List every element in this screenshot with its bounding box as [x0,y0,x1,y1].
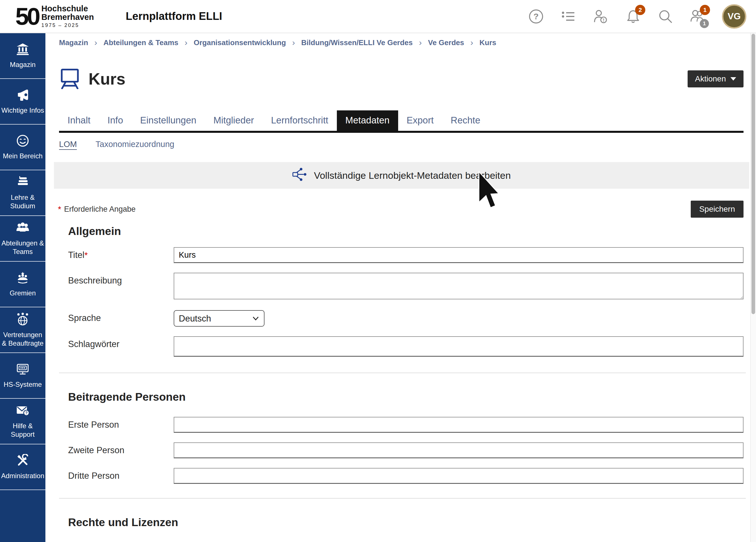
app-title: Lernplattform ELLI [126,10,222,22]
breadcrumb-link[interactable]: Ve Gerdes [428,38,464,47]
breadcrumb-link[interactable]: Kurs [479,38,496,47]
required-hint: Erforderliche Angabe [64,205,136,214]
tab-rechte[interactable]: Rechte [442,110,489,131]
section-divider [59,498,746,499]
logo-name-line2: Bremerhaven [41,13,94,21]
erste-person-input[interactable] [174,417,744,433]
dritte-person-label: Dritte Person [68,468,174,481]
sidebar-item-label: Vertretungen & Beauftragte [1,331,44,347]
zweite-person-label: Zweite Person [68,442,174,455]
sidebar-item-lehre-studium[interactable]: Lehre & Studium [0,170,45,216]
page-title-row: Kurs Aktionen [59,59,744,99]
sidebar-item-label: HS-Systeme [4,380,42,388]
help-icon[interactable]: ? [528,8,544,25]
notifications-badge: 2 [635,5,645,15]
sidebar-item-magazin[interactable]: Magazin [0,33,45,79]
subtab-bar: LOM Taxonomiezuordnung [59,140,744,149]
form-row-dritte-person: Dritte Person [68,468,744,484]
schlagwoerter-input[interactable] [174,336,744,357]
tab-einstellungen[interactable]: Einstellungen [132,110,205,131]
monitor-icon [16,363,30,377]
sidebar-item-label: Hilfe & Support [1,422,44,438]
breadcrumb-link[interactable]: Bildung/Wissen/ELLI Ve Gerdes [301,38,413,47]
tab-lernfortschritt[interactable]: Lernfortschritt [263,110,337,131]
share-nodes-icon [292,167,306,184]
group-icon [16,221,30,236]
globe-people-icon [16,312,30,328]
logo-50-text: 50 [15,7,39,26]
sprache-select[interactable]: Deutsch [174,310,264,327]
logo-years: 1975 – 2025 [41,22,94,28]
search-icon[interactable] [657,8,674,25]
sidebar-item-wichtige-infos[interactable]: Wichtige Infos [0,79,45,125]
dritte-person-input[interactable] [174,468,744,484]
breadcrumb-separator: › [470,38,473,47]
contacts-badge-bottom: 1 [700,19,709,28]
erste-person-label: Erste Person [68,417,174,430]
titel-input[interactable] [174,247,744,263]
page-title: Kurs [89,70,125,88]
breadcrumb: Magazin › Abteilungen & Teams › Organisa… [45,33,750,52]
sidebar: Magazin Wichtige Infos Mein [0,33,45,542]
beschreibung-textarea[interactable] [174,273,744,299]
sidebar-item-vertretungen[interactable]: Vertretungen & Beauftragte [0,307,45,353]
mail-question-icon: ? [16,404,30,419]
committee-icon [16,271,30,286]
edit-full-metadata-label: Vollständige Lernobjekt-Metadaten bearbe… [314,170,511,181]
tab-metadaten[interactable]: Metadaten [337,110,398,131]
sidebar-item-mein-bereich[interactable]: Mein Bereich [0,125,45,170]
schlagwoerter-label: Schlagwörter [68,336,174,349]
zweite-person-input[interactable] [174,442,744,458]
titel-label: Titel* [68,247,174,260]
sidebar-item-hs-systeme[interactable]: HS-Systeme [0,353,45,399]
sidebar-item-abteilungen-teams[interactable]: Abteilungen & Teams [0,216,45,262]
sidebar-item-label: Administration [1,472,44,480]
sidebar-item-label: Mein Bereich [3,152,43,160]
logo-name-line1: Hochschule [41,4,94,13]
main-content: Magazin › Abteilungen & Teams › Organisa… [45,33,750,542]
scrollbar-thumb[interactable] [751,34,755,314]
sidebar-item-administration[interactable]: Administration [0,444,45,490]
form-row-beschreibung: Beschreibung [68,273,744,301]
tab-info[interactable]: Info [99,110,132,131]
who-is-online-icon[interactable]: ! [593,8,609,25]
save-button[interactable]: Speichern [691,201,744,218]
subtab-lom[interactable]: LOM [59,140,77,149]
required-hint-row: * Erforderliche Angabe Speichern [58,201,744,218]
edit-full-metadata-button[interactable]: Vollständige Lernobjekt-Metadaten bearbe… [54,162,749,189]
university-logo[interactable]: 50 Hochschule Bremerhaven 1975 – 2025 [15,4,94,28]
avatar[interactable]: VG [722,4,746,29]
breadcrumb-separator: › [292,38,295,47]
topbar-icon-group: ? ! [528,4,746,29]
vertical-scrollbar[interactable] [750,33,756,542]
section-heading-rechte: Rechte und Lizenzen [68,516,744,529]
sidebar-item-gremien[interactable]: Gremien [0,262,45,307]
sidebar-item-hilfe-support[interactable]: ? Hilfe & Support [0,399,45,444]
form-row-sprache: Sprache Deutsch [68,310,744,327]
form-row-schlagwoerter: Schlagwörter [68,336,744,357]
sidebar-item-label: Abteilungen & Teams [1,239,44,256]
breadcrumb-link[interactable]: Magazin [59,38,88,47]
breadcrumb-separator: › [95,38,97,47]
required-asterisk: * [84,250,88,260]
actions-button[interactable]: Aktionen [688,70,744,87]
contacts-icon[interactable]: 1 1 [690,8,706,25]
svg-text:?: ? [25,411,28,415]
tab-mitglieder[interactable]: Mitglieder [205,110,263,131]
caret-down-icon [730,77,736,81]
section-heading-personen: Beitragende Personen [68,391,744,403]
subtab-taxonomiezuordnung[interactable]: Taxonomiezuordnung [96,140,174,149]
sidebar-item-label: Wichtige Infos [1,106,44,114]
top-bar: 50 Hochschule Bremerhaven 1975 – 2025 Le… [0,0,756,33]
breadcrumb-link[interactable]: Organisationsentwicklung [194,38,286,47]
breadcrumb-separator: › [184,38,187,47]
tab-inhalt[interactable]: Inhalt [59,110,99,131]
section-divider [59,373,746,373]
sidebar-item-label: Gremien [10,289,36,297]
tab-export[interactable]: Export [398,110,442,131]
list-menu-icon[interactable] [560,8,577,25]
breadcrumb-link[interactable]: Abteilungen & Teams [104,38,179,47]
page: 50 Hochschule Bremerhaven 1975 – 2025 Le… [0,0,756,542]
section-heading-allgemein: Allgemein [68,225,744,238]
notifications-bell-icon[interactable]: 2 [625,8,641,25]
